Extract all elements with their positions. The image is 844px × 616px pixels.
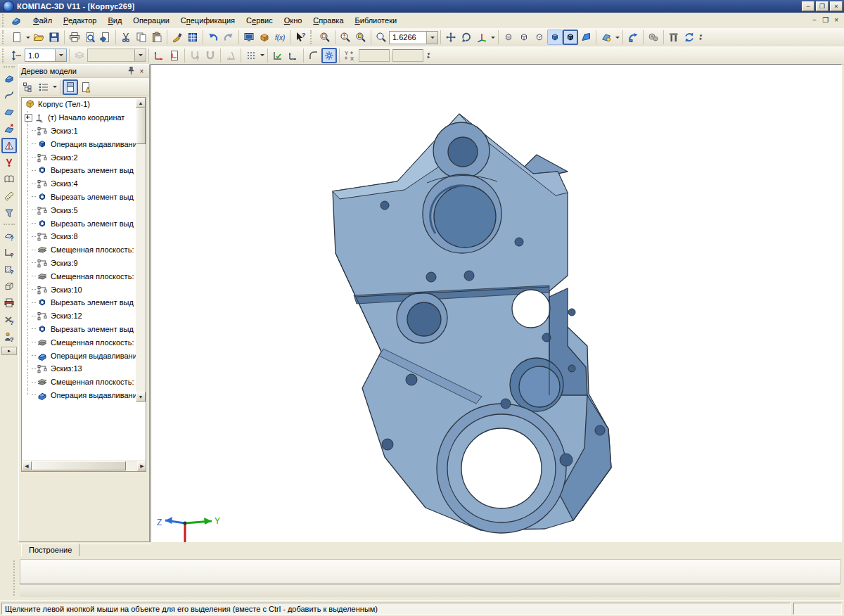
- perspective-button[interactable]: [578, 30, 594, 45]
- additional-window-button[interactable]: [78, 79, 94, 95]
- zoom-scale-combo-dropdown[interactable]: [426, 32, 437, 44]
- toolbar-overflow-button[interactable]: ▾▸: [697, 30, 705, 45]
- document-icon-button[interactable]: [9, 14, 23, 27]
- tree-expander[interactable]: [25, 114, 32, 122]
- tree-item[interactable]: Вырезать элемент выд: [22, 164, 136, 177]
- compact-panel-expander[interactable]: ▸: [1, 347, 17, 355]
- context-help-button[interactable]: ?: [293, 30, 308, 45]
- pin-icon[interactable]: [126, 66, 136, 76]
- menu-сервис[interactable]: Сервис: [241, 14, 279, 27]
- redo-button[interactable]: [221, 30, 236, 45]
- tree-structure-button[interactable]: [20, 79, 36, 95]
- menu-операции[interactable]: Операции: [127, 14, 174, 27]
- layers-button[interactable]: [72, 48, 87, 63]
- calculator-button[interactable]: [185, 30, 200, 45]
- snap-ghost-button[interactable]: ?: [187, 48, 203, 63]
- zoom-in-out-button[interactable]: [338, 30, 353, 45]
- tree-item[interactable]: Смещенная плоскость:: [22, 376, 136, 389]
- display-params-button[interactable]: [599, 30, 614, 45]
- zoom-selected-button[interactable]: [353, 30, 369, 45]
- mdi-restore-button[interactable]: ❐: [822, 17, 829, 24]
- scroll-up-arrow[interactable]: ▲: [136, 98, 146, 108]
- minimize-button[interactable]: −: [802, 1, 814, 11]
- variables-button[interactable]: [241, 30, 257, 45]
- expressions-button[interactable]: f(x): [272, 30, 288, 45]
- toolbar-grip[interactable]: [310, 30, 315, 45]
- toolbar-grip[interactable]: [2, 30, 7, 45]
- tree-item[interactable]: Вырезать элемент выд: [22, 323, 136, 336]
- menu-редактор[interactable]: Редактор: [58, 14, 102, 27]
- check-intersections-button[interactable]: ?: [1, 312, 17, 328]
- hscroll-thumb[interactable]: [32, 461, 126, 470]
- spatial-curves-button[interactable]: [1, 87, 17, 103]
- surfaces-button[interactable]: [1, 104, 17, 120]
- tree-composition-button[interactable]: [36, 79, 51, 95]
- tree-item[interactable]: Эскиз:8: [22, 230, 136, 243]
- grid-button[interactable]: [243, 48, 259, 63]
- shaded-with-edges-button[interactable]: [563, 30, 578, 45]
- toolbar-overflow-button[interactable]: ▾▸: [425, 48, 433, 63]
- paste-button[interactable]: [149, 30, 165, 45]
- close-button[interactable]: ×: [830, 1, 843, 11]
- conditional-marking-button[interactable]: [1, 155, 17, 170]
- layers-combo[interactable]: [87, 49, 146, 62]
- menu-библиотеки[interactable]: Библиотеки: [350, 14, 403, 27]
- tree-item[interactable]: Вырезать элемент выд: [22, 191, 136, 204]
- local-cs-button[interactable]: [151, 48, 167, 63]
- zoom-frame-button[interactable]: [317, 30, 333, 45]
- model-image-button[interactable]: [646, 30, 661, 45]
- tree-item[interactable]: Корпус (Тел-1): [22, 98, 136, 111]
- tree-item[interactable]: Вырезать элемент выд: [22, 217, 136, 230]
- section-view-button[interactable]: [63, 79, 78, 95]
- tree-item[interactable]: Смещенная плоскость:: [22, 335, 136, 349]
- orientation-dropdown[interactable]: [490, 30, 496, 45]
- hatch-elements-button[interactable]: ?: [1, 262, 17, 277]
- arrays-button[interactable]: [1, 121, 17, 136]
- model-viewport[interactable]: Z Y X: [151, 64, 842, 558]
- zoom-scale-combo[interactable]: 1.6266: [389, 31, 438, 44]
- insert-document-button[interactable]: [98, 30, 113, 45]
- copy-button[interactable]: [134, 30, 149, 45]
- snaps-button[interactable]: [321, 48, 337, 63]
- new-document-button[interactable]: [9, 30, 25, 45]
- measurements-button[interactable]: [1, 188, 17, 204]
- construction-mode-button[interactable]: [666, 30, 682, 45]
- restore-button[interactable]: ❐: [816, 1, 829, 11]
- angle-snap-button[interactable]: [223, 48, 238, 63]
- open-button[interactable]: [31, 30, 46, 45]
- cut-button[interactable]: [118, 30, 134, 45]
- save-button[interactable]: [46, 30, 62, 45]
- tree-item[interactable]: Эскиз:13: [22, 362, 136, 376]
- tree-item[interactable]: Эскиз:10: [22, 283, 136, 296]
- menu-спецификация[interactable]: Спецификация: [175, 14, 241, 27]
- rebuild-model-button[interactable]: [625, 30, 641, 45]
- cursor-step-button[interactable]: [9, 48, 25, 63]
- tree-composition-dropdown[interactable]: [51, 79, 58, 95]
- tree-vertical-scrollbar[interactable]: ▲ ▼: [136, 98, 146, 402]
- new-document-dropdown[interactable]: [25, 30, 31, 45]
- zoom-current-button[interactable]: [373, 30, 389, 45]
- auxiliary-geometry-button[interactable]: [1, 138, 17, 153]
- hidden-lines-removed-button[interactable]: [516, 30, 532, 45]
- editing-part-button[interactable]: [1, 70, 17, 86]
- shaded-button[interactable]: [547, 30, 563, 45]
- scroll-thumb[interactable]: [136, 108, 146, 144]
- hidden-lines-thin-button[interactable]: [532, 30, 547, 45]
- tree-item[interactable]: (т) Начало координат: [22, 111, 136, 124]
- tree-item[interactable]: Смещенная плоскость:: [22, 243, 136, 257]
- wireframe-button[interactable]: [501, 30, 516, 45]
- tree-item[interactable]: Вырезать элемент выд: [22, 296, 136, 309]
- toolbar-grip[interactable]: [2, 49, 7, 63]
- menu-справка[interactable]: Справка: [307, 14, 349, 27]
- refresh-image-button[interactable]: [682, 30, 697, 45]
- axes-corner-button[interactable]: [286, 48, 301, 63]
- snap-magnet-button[interactable]: [203, 48, 218, 63]
- cs-settings-button[interactable]: [167, 48, 182, 63]
- panel-grip[interactable]: [4, 224, 15, 225]
- filters-button[interactable]: [1, 205, 17, 221]
- menu-grip[interactable]: [2, 14, 7, 27]
- print-button[interactable]: [67, 30, 82, 45]
- tree-item[interactable]: Эскиз:1: [22, 124, 136, 138]
- tree-item[interactable]: Смещенная плоскость:: [22, 269, 136, 283]
- panel-close-icon[interactable]: ×: [136, 66, 147, 76]
